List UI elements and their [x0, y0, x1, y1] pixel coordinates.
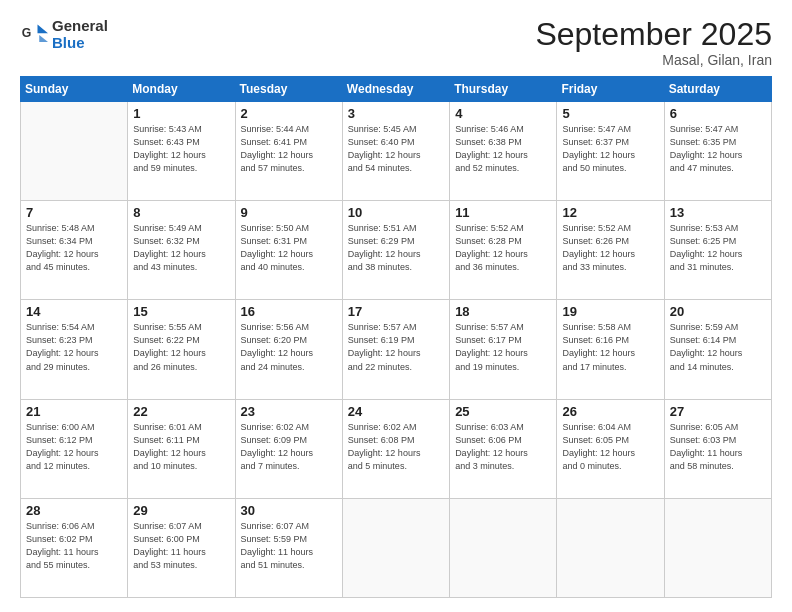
svg-marker-2	[38, 24, 49, 33]
header: G General Blue September 2025 Masal, Gil…	[20, 18, 772, 68]
day-number: 22	[133, 404, 229, 419]
day-info: Sunrise: 6:02 AM Sunset: 6:08 PM Dayligh…	[348, 421, 444, 473]
day-info: Sunrise: 6:06 AM Sunset: 6:02 PM Dayligh…	[26, 520, 122, 572]
day-info: Sunrise: 5:55 AM Sunset: 6:22 PM Dayligh…	[133, 321, 229, 373]
calendar-cell: 13Sunrise: 5:53 AM Sunset: 6:25 PM Dayli…	[664, 201, 771, 300]
day-info: Sunrise: 5:53 AM Sunset: 6:25 PM Dayligh…	[670, 222, 766, 274]
day-info: Sunrise: 5:57 AM Sunset: 6:19 PM Dayligh…	[348, 321, 444, 373]
day-number: 18	[455, 304, 551, 319]
calendar-cell: 20Sunrise: 5:59 AM Sunset: 6:14 PM Dayli…	[664, 300, 771, 399]
calendar-cell: 15Sunrise: 5:55 AM Sunset: 6:22 PM Dayli…	[128, 300, 235, 399]
day-number: 3	[348, 106, 444, 121]
day-number: 9	[241, 205, 337, 220]
calendar-cell	[557, 498, 664, 597]
calendar-cell: 27Sunrise: 6:05 AM Sunset: 6:03 PM Dayli…	[664, 399, 771, 498]
day-number: 14	[26, 304, 122, 319]
day-info: Sunrise: 5:47 AM Sunset: 6:35 PM Dayligh…	[670, 123, 766, 175]
calendar-cell: 10Sunrise: 5:51 AM Sunset: 6:29 PM Dayli…	[342, 201, 449, 300]
calendar-cell: 17Sunrise: 5:57 AM Sunset: 6:19 PM Dayli…	[342, 300, 449, 399]
day-info: Sunrise: 5:59 AM Sunset: 6:14 PM Dayligh…	[670, 321, 766, 373]
calendar-cell: 3Sunrise: 5:45 AM Sunset: 6:40 PM Daylig…	[342, 102, 449, 201]
calendar-cell: 25Sunrise: 6:03 AM Sunset: 6:06 PM Dayli…	[450, 399, 557, 498]
day-number: 12	[562, 205, 658, 220]
day-info: Sunrise: 6:01 AM Sunset: 6:11 PM Dayligh…	[133, 421, 229, 473]
day-info: Sunrise: 5:58 AM Sunset: 6:16 PM Dayligh…	[562, 321, 658, 373]
col-sunday: Sunday	[21, 77, 128, 102]
logo-text: General Blue	[52, 18, 108, 51]
day-number: 19	[562, 304, 658, 319]
day-number: 30	[241, 503, 337, 518]
day-info: Sunrise: 6:00 AM Sunset: 6:12 PM Dayligh…	[26, 421, 122, 473]
location: Masal, Gilan, Iran	[535, 52, 772, 68]
calendar-cell	[342, 498, 449, 597]
calendar-cell: 2Sunrise: 5:44 AM Sunset: 6:41 PM Daylig…	[235, 102, 342, 201]
calendar-cell: 6Sunrise: 5:47 AM Sunset: 6:35 PM Daylig…	[664, 102, 771, 201]
calendar-cell: 5Sunrise: 5:47 AM Sunset: 6:37 PM Daylig…	[557, 102, 664, 201]
calendar-cell: 19Sunrise: 5:58 AM Sunset: 6:16 PM Dayli…	[557, 300, 664, 399]
day-number: 4	[455, 106, 551, 121]
day-info: Sunrise: 5:51 AM Sunset: 6:29 PM Dayligh…	[348, 222, 444, 274]
calendar-cell: 22Sunrise: 6:01 AM Sunset: 6:11 PM Dayli…	[128, 399, 235, 498]
day-number: 26	[562, 404, 658, 419]
calendar-cell: 11Sunrise: 5:52 AM Sunset: 6:28 PM Dayli…	[450, 201, 557, 300]
calendar-cell: 8Sunrise: 5:49 AM Sunset: 6:32 PM Daylig…	[128, 201, 235, 300]
day-number: 16	[241, 304, 337, 319]
calendar-cell: 1Sunrise: 5:43 AM Sunset: 6:43 PM Daylig…	[128, 102, 235, 201]
day-info: Sunrise: 5:48 AM Sunset: 6:34 PM Dayligh…	[26, 222, 122, 274]
day-info: Sunrise: 5:46 AM Sunset: 6:38 PM Dayligh…	[455, 123, 551, 175]
day-number: 24	[348, 404, 444, 419]
day-info: Sunrise: 5:52 AM Sunset: 6:26 PM Dayligh…	[562, 222, 658, 274]
day-number: 25	[455, 404, 551, 419]
header-row: Sunday Monday Tuesday Wednesday Thursday…	[21, 77, 772, 102]
day-info: Sunrise: 5:49 AM Sunset: 6:32 PM Dayligh…	[133, 222, 229, 274]
day-info: Sunrise: 5:54 AM Sunset: 6:23 PM Dayligh…	[26, 321, 122, 373]
calendar-cell: 23Sunrise: 6:02 AM Sunset: 6:09 PM Dayli…	[235, 399, 342, 498]
day-info: Sunrise: 5:45 AM Sunset: 6:40 PM Dayligh…	[348, 123, 444, 175]
calendar-cell	[664, 498, 771, 597]
day-info: Sunrise: 5:47 AM Sunset: 6:37 PM Dayligh…	[562, 123, 658, 175]
logo-icon: G	[20, 21, 48, 49]
day-info: Sunrise: 5:52 AM Sunset: 6:28 PM Dayligh…	[455, 222, 551, 274]
day-number: 8	[133, 205, 229, 220]
day-info: Sunrise: 6:07 AM Sunset: 6:00 PM Dayligh…	[133, 520, 229, 572]
col-tuesday: Tuesday	[235, 77, 342, 102]
calendar-cell: 12Sunrise: 5:52 AM Sunset: 6:26 PM Dayli…	[557, 201, 664, 300]
calendar-cell: 26Sunrise: 6:04 AM Sunset: 6:05 PM Dayli…	[557, 399, 664, 498]
day-number: 15	[133, 304, 229, 319]
day-number: 11	[455, 205, 551, 220]
svg-text:G: G	[22, 25, 32, 39]
day-number: 2	[241, 106, 337, 121]
day-info: Sunrise: 6:02 AM Sunset: 6:09 PM Dayligh…	[241, 421, 337, 473]
day-number: 21	[26, 404, 122, 419]
month-title: September 2025	[535, 18, 772, 50]
day-number: 23	[241, 404, 337, 419]
calendar-cell: 14Sunrise: 5:54 AM Sunset: 6:23 PM Dayli…	[21, 300, 128, 399]
day-number: 29	[133, 503, 229, 518]
day-number: 17	[348, 304, 444, 319]
day-number: 27	[670, 404, 766, 419]
day-number: 20	[670, 304, 766, 319]
calendar-cell: 28Sunrise: 6:06 AM Sunset: 6:02 PM Dayli…	[21, 498, 128, 597]
col-friday: Friday	[557, 77, 664, 102]
calendar-cell: 7Sunrise: 5:48 AM Sunset: 6:34 PM Daylig…	[21, 201, 128, 300]
page: G General Blue September 2025 Masal, Gil…	[0, 0, 792, 612]
calendar-cell	[21, 102, 128, 201]
col-monday: Monday	[128, 77, 235, 102]
calendar-cell: 9Sunrise: 5:50 AM Sunset: 6:31 PM Daylig…	[235, 201, 342, 300]
week-row-4: 28Sunrise: 6:06 AM Sunset: 6:02 PM Dayli…	[21, 498, 772, 597]
day-info: Sunrise: 6:03 AM Sunset: 6:06 PM Dayligh…	[455, 421, 551, 473]
calendar-cell: 30Sunrise: 6:07 AM Sunset: 5:59 PM Dayli…	[235, 498, 342, 597]
svg-marker-3	[39, 35, 48, 42]
week-row-2: 14Sunrise: 5:54 AM Sunset: 6:23 PM Dayli…	[21, 300, 772, 399]
calendar-cell: 29Sunrise: 6:07 AM Sunset: 6:00 PM Dayli…	[128, 498, 235, 597]
week-row-1: 7Sunrise: 5:48 AM Sunset: 6:34 PM Daylig…	[21, 201, 772, 300]
day-info: Sunrise: 6:07 AM Sunset: 5:59 PM Dayligh…	[241, 520, 337, 572]
week-row-3: 21Sunrise: 6:00 AM Sunset: 6:12 PM Dayli…	[21, 399, 772, 498]
calendar-cell	[450, 498, 557, 597]
calendar-cell: 16Sunrise: 5:56 AM Sunset: 6:20 PM Dayli…	[235, 300, 342, 399]
calendar-table: Sunday Monday Tuesday Wednesday Thursday…	[20, 76, 772, 598]
day-info: Sunrise: 5:56 AM Sunset: 6:20 PM Dayligh…	[241, 321, 337, 373]
day-number: 13	[670, 205, 766, 220]
day-number: 7	[26, 205, 122, 220]
calendar-cell: 24Sunrise: 6:02 AM Sunset: 6:08 PM Dayli…	[342, 399, 449, 498]
